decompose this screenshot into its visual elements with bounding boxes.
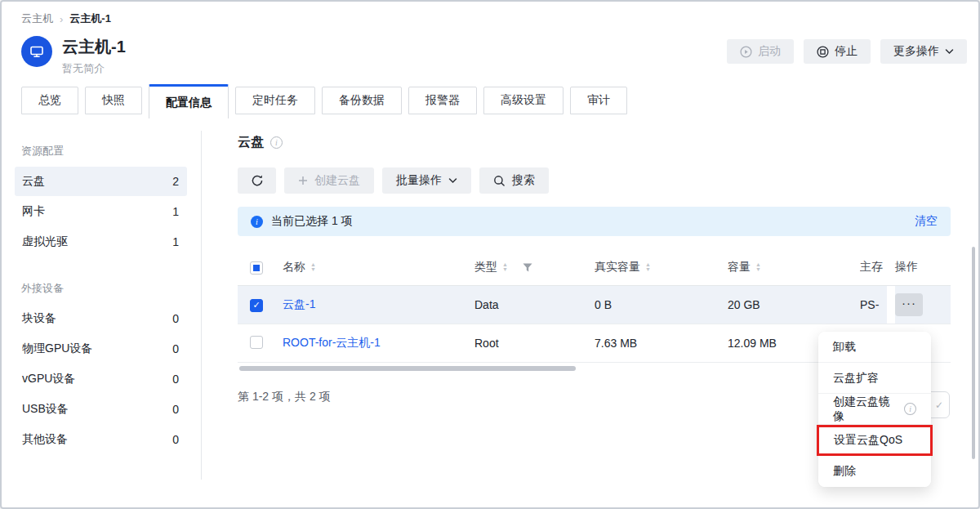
menu-item-resize-disk[interactable]: 云盘扩容 bbox=[818, 363, 931, 394]
search-icon bbox=[493, 175, 506, 187]
sidebar-item-nics[interactable]: 网卡 1 bbox=[15, 197, 187, 226]
tab-audit[interactable]: 审计 bbox=[570, 87, 627, 114]
vm-detail-page: 云主机 › 云主机-1 云主机-1 暂无简介 启动 停 bbox=[0, 0, 980, 509]
sort-icon[interactable]: ▲▼ bbox=[755, 262, 761, 272]
disk-name-link[interactable]: ROOT-for-云主机-1 bbox=[283, 336, 381, 350]
column-header-real-size: 真实容量 bbox=[595, 260, 640, 275]
start-button[interactable]: 启动 bbox=[727, 39, 794, 64]
title-block: 云主机-1 暂无简介 bbox=[62, 36, 727, 76]
column-header-name: 名称 bbox=[283, 260, 305, 275]
chevron-down-icon bbox=[448, 177, 457, 184]
menu-item-detach[interactable]: 卸载 bbox=[818, 332, 931, 363]
sidebar-item-virtual-cdrom[interactable]: 虚拟光驱 1 bbox=[15, 227, 187, 257]
indeterminate-mark bbox=[253, 265, 260, 271]
sidebar-item-physical-gpu[interactable]: 物理GPU设备 0 bbox=[15, 334, 187, 364]
sidebar-section-resources: 资源配置 bbox=[2, 137, 201, 167]
count-badge: 0 bbox=[172, 342, 179, 355]
check-icon: ✓ bbox=[935, 400, 943, 411]
table-header-row: 名称 ▲▼ 类型 ▲▼ 真实容量 ▲▼ 容 bbox=[238, 249, 951, 286]
sidebar-item-other-devices[interactable]: 其他设备 0 bbox=[15, 425, 187, 454]
horizontal-scrollbar-thumb[interactable] bbox=[239, 366, 576, 371]
disk-real-size: 7.63 MB bbox=[595, 337, 728, 350]
disk-toolbar: 创建云盘 批量操作 搜索 bbox=[238, 167, 978, 194]
stop-button[interactable]: 停止 bbox=[804, 39, 871, 64]
info-icon: i bbox=[904, 403, 916, 415]
create-disk-button[interactable]: 创建云盘 bbox=[284, 167, 374, 194]
disk-type: Data bbox=[474, 298, 595, 311]
breadcrumb-separator-icon: › bbox=[60, 13, 63, 25]
menu-item-create-disk-image[interactable]: 创建云盘镜像 i bbox=[818, 394, 931, 425]
sidebar-item-block-devices[interactable]: 块设备 0 bbox=[15, 304, 187, 333]
count-badge: 0 bbox=[172, 373, 179, 386]
vm-avatar bbox=[21, 36, 52, 67]
count-badge: 0 bbox=[172, 403, 179, 416]
tab-overview[interactable]: 总览 bbox=[21, 87, 78, 114]
plus-icon bbox=[298, 176, 308, 185]
batch-actions-button[interactable]: 批量操作 bbox=[382, 167, 471, 194]
sort-icon[interactable]: ▲▼ bbox=[310, 262, 316, 272]
count-badge: 0 bbox=[172, 433, 179, 446]
breadcrumb-parent-link[interactable]: 云主机 bbox=[21, 11, 53, 26]
config-sidebar: 资源配置 云盘 2 网卡 1 虚拟光驱 1 外接设备 块设备 0 物理GPU设备… bbox=[2, 131, 202, 480]
column-header-actions: 操作 bbox=[895, 260, 918, 275]
header-actions: 启动 停止 更多操作 bbox=[727, 39, 967, 64]
breadcrumb: 云主机 › 云主机-1 bbox=[2, 2, 978, 26]
detail-tabs: 总览 快照 配置信息 定时任务 备份数据 报警器 高级设置 审计 bbox=[2, 76, 978, 114]
more-actions-button[interactable]: 更多操作 bbox=[880, 39, 967, 64]
page-subtitle: 暂无简介 bbox=[62, 61, 727, 76]
tab-alarms[interactable]: 报警器 bbox=[408, 87, 477, 114]
tab-configuration[interactable]: 配置信息 bbox=[149, 84, 229, 118]
sidebar-item-vgpu[interactable]: vGPU设备 0 bbox=[15, 364, 187, 394]
column-header-size: 容量 bbox=[728, 260, 751, 275]
sort-icon[interactable]: ▲▼ bbox=[502, 262, 508, 272]
menu-item-set-disk-qos[interactable]: 设置云盘QoS bbox=[817, 425, 933, 456]
count-badge: 2 bbox=[172, 175, 179, 188]
info-filled-icon: i bbox=[251, 216, 263, 228]
panel-title: 云盘 bbox=[238, 134, 264, 151]
monitor-icon bbox=[29, 43, 45, 60]
disk-size: 20 GB bbox=[728, 298, 860, 311]
disk-name-link[interactable]: 云盘-1 bbox=[283, 297, 315, 312]
search-button[interactable]: 搜索 bbox=[479, 167, 549, 194]
page-title: 云主机-1 bbox=[62, 36, 727, 57]
row-actions-menu: 卸载 云盘扩容 创建云盘镜像 i 设置云盘QoS 删除 bbox=[818, 332, 931, 487]
info-icon: i bbox=[270, 136, 283, 149]
refresh-button[interactable] bbox=[238, 167, 276, 194]
breadcrumb-current: 云主机-1 bbox=[69, 11, 111, 26]
selection-alert-text: 当前已选择 1 项 bbox=[271, 214, 906, 229]
tab-snapshot[interactable]: 快照 bbox=[85, 87, 142, 114]
column-header-type: 类型 bbox=[474, 260, 497, 275]
row-checkbox[interactable]: ✓ bbox=[250, 299, 263, 312]
column-header-storage: 主存 bbox=[860, 260, 887, 275]
selection-alert: i 当前已选择 1 项 清空 bbox=[238, 207, 951, 236]
disk-type: Root bbox=[474, 337, 595, 350]
table-row[interactable]: ✓ 云盘-1 Data 0 B 20 GB PS- ··· bbox=[238, 286, 951, 324]
play-circle-icon bbox=[740, 46, 752, 58]
disk-real-size: 0 B bbox=[595, 298, 728, 311]
sidebar-item-usb[interactable]: USB设备 0 bbox=[15, 395, 187, 424]
chevron-down-icon bbox=[945, 48, 954, 55]
select-all-checkbox[interactable] bbox=[250, 261, 263, 275]
tab-backup-data[interactable]: 备份数据 bbox=[322, 87, 402, 114]
row-more-actions-button[interactable]: ··· bbox=[895, 293, 923, 316]
count-badge: 1 bbox=[172, 235, 179, 248]
tab-scheduled-tasks[interactable]: 定时任务 bbox=[235, 87, 315, 114]
disk-storage: PS- bbox=[860, 298, 887, 311]
sidebar-item-disks[interactable]: 云盘 2 bbox=[15, 167, 187, 196]
page-header: 云主机-1 暂无简介 启动 停止 更多操作 bbox=[2, 26, 978, 76]
clear-selection-link[interactable]: 清空 bbox=[915, 214, 938, 229]
count-badge: 0 bbox=[172, 312, 179, 325]
stop-circle-icon bbox=[817, 46, 829, 58]
filter-icon[interactable] bbox=[523, 263, 532, 272]
refresh-icon bbox=[251, 174, 264, 187]
sort-icon[interactable]: ▲▼ bbox=[645, 262, 651, 272]
menu-item-delete[interactable]: 删除 bbox=[818, 456, 931, 487]
tab-advanced-settings[interactable]: 高级设置 bbox=[483, 87, 564, 114]
row-checkbox[interactable] bbox=[250, 336, 263, 349]
sidebar-section-external-devices: 外接设备 bbox=[2, 275, 201, 304]
count-badge: 1 bbox=[172, 205, 179, 218]
vertical-scrollbar-thumb[interactable] bbox=[972, 247, 975, 459]
